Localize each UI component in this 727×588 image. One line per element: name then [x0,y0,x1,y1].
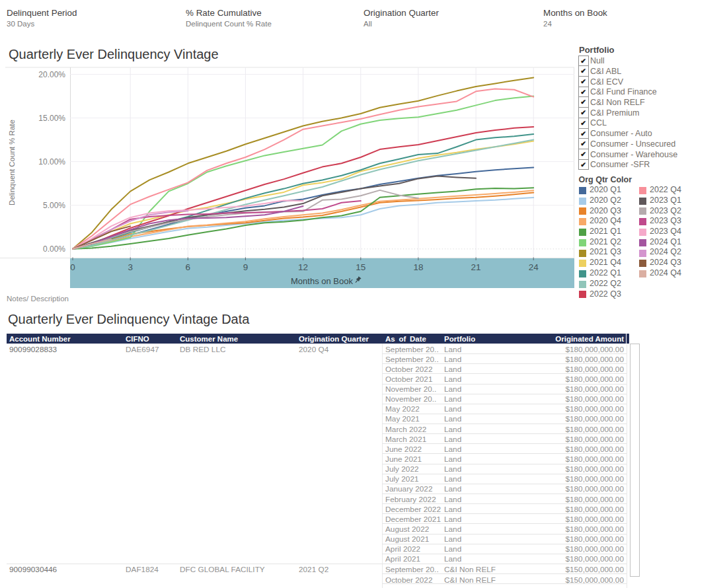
svg-text:15.00%: 15.00% [38,114,65,123]
svg-text:5.00%: 5.00% [43,201,65,210]
svg-text:24: 24 [529,262,539,272]
svg-text:12: 12 [298,262,308,272]
svg-text:Months on Book: Months on Book [291,276,353,286]
svg-text:9: 9 [243,262,249,272]
svg-text:10.00%: 10.00% [38,157,65,166]
svg-text:Delinquent Count % Rate: Delinquent Count % Rate [8,120,16,205]
svg-text:21: 21 [471,262,481,272]
svg-text:6: 6 [186,262,191,272]
svg-text:18: 18 [413,262,423,272]
svg-text:0: 0 [70,262,75,272]
svg-text:20.00%: 20.00% [38,70,65,79]
svg-text:0.00%: 0.00% [43,244,65,254]
svg-text:15: 15 [356,262,365,272]
svg-text:3: 3 [128,262,133,272]
